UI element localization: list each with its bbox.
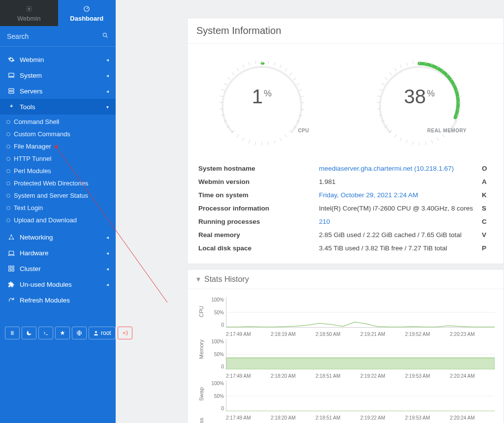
dashboard-icon — [83, 4, 90, 13]
row-proc: Processor informationIntel(R) Core(TM) i… — [196, 202, 495, 215]
sub-system-server-status[interactable]: System and Server Status — [0, 189, 116, 202]
pct: % — [427, 89, 435, 98]
svg-point-0 — [28, 8, 30, 10]
nav-label: Servers — [20, 88, 43, 95]
nav-label: Un-used Modules — [20, 281, 72, 288]
nav-tools[interactable]: Tools ▾ — [0, 99, 116, 115]
cluster-icon — [7, 265, 16, 272]
nav-unused-modules[interactable]: Un-used Modules ◂ — [0, 276, 116, 292]
tab-webmin-label: Webmin — [17, 15, 40, 22]
nav-servers[interactable]: Servers ◂ — [0, 83, 116, 99]
nav-refresh-modules[interactable]: Refresh Modules — [0, 292, 116, 308]
svg-rect-11 — [12, 266, 14, 268]
caret-down-icon: ▾ — [106, 104, 109, 110]
panel-stats-head[interactable]: ▾ Stats History — [188, 270, 504, 289]
svg-rect-10 — [9, 266, 11, 268]
caret-left-icon: ◂ — [106, 250, 109, 256]
link-running[interactable]: 210 — [319, 218, 330, 225]
chart-area — [226, 297, 495, 328]
gauge-cpu: 1% CPU — [218, 59, 316, 147]
svg-rect-5 — [9, 91, 14, 93]
caret-left-icon: ◂ — [106, 57, 109, 62]
sub-perl-modules[interactable]: Perl Modules — [0, 165, 116, 177]
chart-cpu: CPU100%50%0 — [196, 297, 495, 328]
btn-night[interactable] — [22, 327, 36, 339]
sub-file-manager[interactable]: File Manager — [0, 140, 116, 152]
sub-text-login[interactable]: Text Login — [0, 202, 116, 214]
btn-favorite[interactable] — [55, 327, 70, 339]
collapse-icon: ▾ — [196, 274, 200, 284]
tab-webmin[interactable]: Webmin — [0, 0, 58, 26]
charts: CPU100%50%02:17:49 AM2:18:19 AM2:18:50 A… — [188, 289, 504, 423]
gauges: 1% CPU 38% REAL ME — [196, 59, 495, 147]
btn-user[interactable]: root — [89, 327, 116, 339]
tools-submenu: Command Shell Custom Commands File Manag… — [0, 115, 116, 229]
top-tabs: Webmin Dashboard — [0, 0, 116, 26]
row-time: Time on systemFriday, October 29, 2021 2… — [196, 188, 495, 202]
btn-collapse[interactable] — [5, 327, 20, 339]
caret-left-icon: ◂ — [106, 282, 109, 287]
svg-rect-9 — [9, 251, 13, 255]
caret-left-icon: ◂ — [106, 73, 109, 78]
chart-xticks: 2:17:49 AM2:18:20 AM2:18:51 AM2:19:22 AM… — [226, 415, 495, 421]
btn-language[interactable] — [72, 327, 87, 339]
tools-icon — [7, 103, 16, 110]
nav-networking[interactable]: Networking ◂ — [0, 229, 116, 245]
nav-label: Networking — [20, 234, 53, 241]
caret-left-icon: ◂ — [106, 89, 109, 94]
tab-dashboard-label: Dashboard — [70, 15, 103, 22]
caret-left-icon: ◂ — [106, 266, 109, 272]
chart-xticks: 2:17:49 AM2:18:20 AM2:18:51 AM2:19:22 AM… — [226, 373, 495, 379]
sub-custom-commands[interactable]: Custom Commands — [0, 128, 116, 140]
chart-yticks: 100%50%0 — [206, 297, 224, 328]
panel-title: System Information — [188, 18, 504, 44]
nav-label: Tools — [20, 103, 35, 111]
nav-cluster[interactable]: Cluster ◂ — [0, 261, 116, 276]
gauge-cpu-label: CPU — [298, 128, 309, 133]
svg-rect-13 — [12, 269, 14, 271]
nav-label: Hardware — [20, 249, 49, 257]
gauge-mem-label: REAL MEMORY — [427, 128, 467, 133]
nav-system[interactable]: System ◂ — [0, 67, 116, 83]
svg-rect-12 — [9, 269, 11, 271]
network-icon — [7, 234, 16, 241]
stats-title: Stats History — [204, 275, 249, 284]
caret-left-icon: ◂ — [106, 235, 109, 240]
svg-rect-3 — [9, 73, 14, 76]
gauge-memory: 38% REAL MEMORY — [375, 59, 473, 147]
link-time[interactable]: Friday, October 29, 2021 2:24 AM — [319, 191, 418, 199]
chart-yticks: 100%50%0 — [206, 339, 224, 369]
sub-protected-web-dirs[interactable]: Protected Web Directories — [0, 177, 116, 189]
pct: % — [264, 89, 272, 98]
gauge-mem-value: 38 — [404, 86, 426, 107]
sub-upload-download[interactable]: Upload and Download — [0, 214, 116, 226]
sub-http-tunnel[interactable]: HTTP Tunnel — [0, 152, 116, 165]
gauge-cpu-value: 1 — [252, 86, 263, 107]
hardware-icon — [7, 249, 16, 256]
laptop-icon — [7, 72, 16, 79]
btn-logout[interactable] — [118, 327, 132, 339]
puzzle-icon — [7, 281, 16, 288]
row-webminver: Webmin version1.981A — [196, 175, 495, 188]
sub-command-shell[interactable]: Command Shell — [0, 116, 116, 128]
nav-webmin[interactable]: Webmin ◂ — [0, 52, 116, 67]
link-hostname[interactable]: meediaserver.gha.chartermi.net (10.218.1… — [319, 165, 454, 172]
chart-swap: Swap100%50%0 — [196, 381, 495, 411]
chart-ylabel: Memory — [198, 349, 204, 359]
svg-rect-4 — [9, 89, 14, 91]
svg-point-15 — [95, 331, 97, 333]
search-input[interactable] — [7, 32, 102, 40]
row-running: Running processes210C — [196, 215, 495, 228]
gear-icon — [7, 56, 16, 63]
main: System Information — [116, 0, 504, 423]
btn-terminal[interactable] — [38, 327, 53, 339]
tab-dashboard[interactable]: Dashboard — [58, 0, 116, 26]
chart-ylabel: CPU — [198, 307, 204, 317]
chart-yticks: 100%50%0 — [206, 381, 224, 411]
refresh-icon — [7, 297, 16, 303]
row-disk: Local disk space3.45 TiB used / 3.82 TiB… — [196, 242, 495, 255]
search-icon[interactable] — [102, 32, 109, 40]
nav-hardware[interactable]: Hardware ◂ — [0, 245, 116, 261]
nav-label: Cluster — [20, 265, 41, 272]
nav: Webmin ◂ System ◂ Servers ◂ Tools ▾ Comm… — [0, 47, 116, 308]
